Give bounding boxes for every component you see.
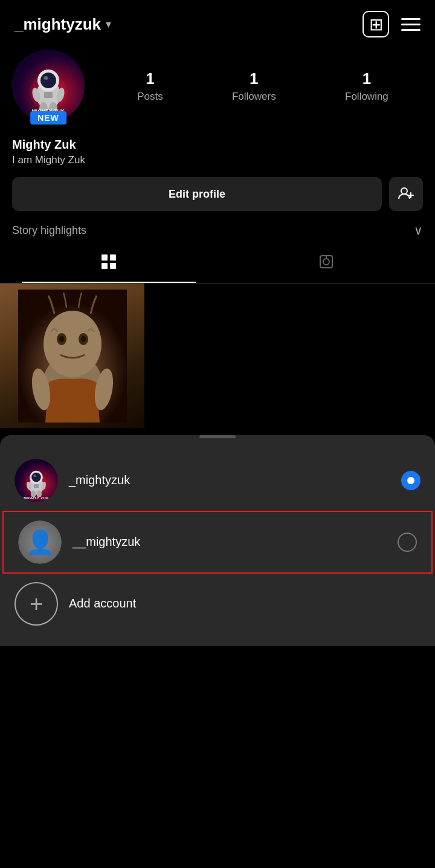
account-item-2[interactable]: 👤 __mightyzuk [2, 511, 433, 574]
svg-point-4 [44, 76, 48, 80]
new-badge: NEW [30, 111, 66, 125]
add-account-label: Add account [69, 597, 136, 611]
svg-point-10 [401, 188, 407, 194]
svg-rect-16 [110, 263, 116, 269]
username-section[interactable]: _mightyzuk ▾ [14, 15, 111, 34]
menu-line-1 [401, 18, 420, 20]
posts-count: 1 [146, 70, 154, 88]
add-account-item[interactable]: + Add account [0, 574, 435, 634]
svg-rect-13 [102, 254, 108, 261]
profile-display-name: Mighty Zuk [12, 138, 423, 152]
svg-point-33 [33, 474, 36, 477]
content-tab-bar [0, 245, 435, 283]
header-username: _mightyzuk [14, 15, 101, 34]
edit-row: Edit profile [12, 177, 423, 211]
sheet-handle [199, 435, 236, 438]
inactive-radio-2 [398, 533, 417, 552]
hamburger-menu-button[interactable] [401, 18, 420, 31]
account-label-1: MIGHTY ZUK [14, 496, 58, 500]
account-switcher-sheet: MIGHTY ZUK _mightyzuk 👤 __mightyzuk + Ad… [0, 435, 435, 646]
tagged-icon [318, 253, 335, 274]
posts-label: Posts [137, 91, 163, 103]
followers-count: 1 [250, 70, 258, 88]
svg-point-3 [40, 73, 56, 88]
posts-grid [0, 283, 435, 428]
svg-rect-14 [110, 254, 116, 261]
active-radio-1 [401, 471, 420, 490]
profile-top-row: MIGHTY ZUK NEW 1 Posts 1 Followers 1 Fol… [12, 50, 423, 122]
svg-rect-15 [102, 263, 108, 269]
menu-line-3 [401, 29, 420, 31]
followers-stat[interactable]: 1 Followers [232, 70, 276, 103]
plus-square-icon: ⊞ [369, 15, 383, 34]
groot-post-image [0, 283, 144, 428]
followers-label: Followers [232, 91, 276, 103]
profile-section: MIGHTY ZUK NEW 1 Posts 1 Followers 1 Fol… [0, 44, 435, 211]
account-avatar-inner-2: 👤 [18, 520, 62, 564]
story-highlights-chevron: ∨ [414, 223, 423, 238]
following-label: Following [345, 91, 388, 103]
astronaut-icon [21, 59, 76, 113]
tab-tagged[interactable] [218, 245, 435, 283]
account-username-1: _mightyzuk [69, 473, 390, 487]
stats-row: 1 Posts 1 Followers 1 Following [103, 70, 423, 103]
edit-profile-button[interactable]: Edit profile [12, 177, 382, 211]
svg-point-18 [323, 259, 329, 265]
story-highlights-label: Story highlights [12, 224, 86, 237]
account-astronaut-icon [20, 464, 53, 497]
story-highlights-section[interactable]: Story highlights ∨ [0, 211, 435, 245]
post-item[interactable] [0, 283, 144, 428]
following-stat[interactable]: 1 Following [345, 70, 388, 103]
account-username-2: __mightyzuk [72, 535, 387, 549]
menu-line-2 [401, 24, 420, 25]
chevron-down-icon: ▾ [106, 18, 111, 31]
add-person-icon [398, 186, 414, 202]
grid-icon [100, 253, 117, 274]
person-icon: 👤 [26, 529, 54, 555]
svg-rect-38 [34, 484, 39, 488]
profile-avatar[interactable]: MIGHTY ZUK NEW [12, 50, 85, 122]
account-avatar-2: 👤 [18, 520, 62, 564]
posts-stat[interactable]: 1 Posts [137, 70, 163, 103]
svg-rect-9 [44, 92, 53, 98]
app-header: _mightyzuk ▾ ⊞ [0, 0, 435, 44]
account-item-1[interactable]: MIGHTY ZUK _mightyzuk [0, 450, 435, 511]
account-avatar-inner-1: MIGHTY ZUK [14, 459, 58, 502]
add-person-button[interactable] [389, 177, 423, 211]
add-account-button[interactable]: + [14, 582, 58, 626]
new-post-button[interactable]: ⊞ [362, 11, 389, 37]
plus-icon: + [30, 592, 43, 615]
profile-bio: I am Mighty Zuk [12, 154, 423, 166]
following-count: 1 [362, 70, 371, 88]
header-actions: ⊞ [362, 11, 420, 37]
groot-illustration [18, 290, 127, 423]
account-avatar-1: MIGHTY ZUK [14, 459, 58, 502]
svg-point-32 [31, 472, 41, 482]
svg-point-25 [59, 336, 64, 342]
svg-point-22 [44, 311, 102, 377]
svg-point-26 [81, 336, 86, 342]
tab-grid[interactable] [0, 245, 218, 283]
